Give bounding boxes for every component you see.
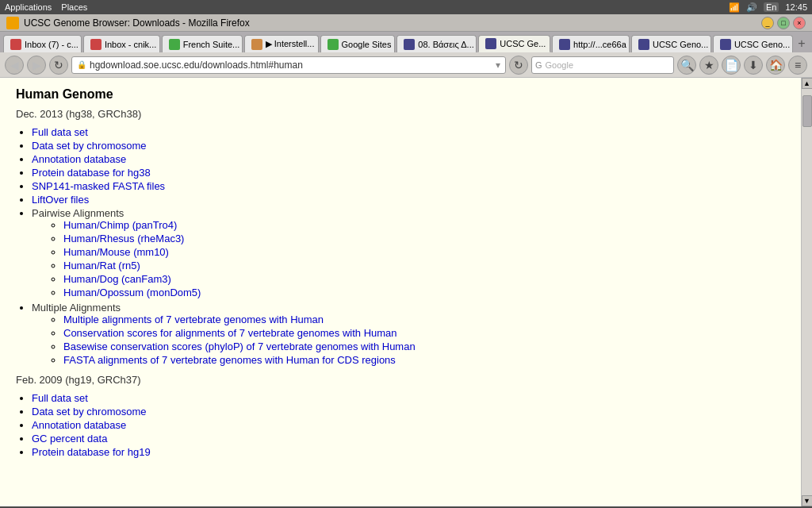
en-indicator: En — [764, 2, 779, 12]
tab-favicon — [485, 38, 496, 49]
human-rat-link[interactable]: Human/Rat (rn5) — [63, 260, 140, 271]
tab-label: UCSC Ge... — [500, 39, 546, 48]
close-button[interactable]: × — [793, 17, 806, 29]
clock: 12:45 — [785, 2, 807, 12]
scroll-up-button[interactable]: ▲ — [802, 78, 813, 89]
url-dropdown-icon[interactable]: ▾ — [496, 60, 500, 71]
minimize-button[interactable]: _ — [761, 17, 774, 29]
back-button[interactable]: ◀ — [5, 56, 24, 75]
maximize-button[interactable]: □ — [777, 17, 790, 29]
tab-favicon — [327, 39, 339, 50]
tab-label: Google Sites — [342, 40, 392, 49]
list-item: LiftOver files — [32, 194, 785, 206]
protein-database-hg19-link[interactable]: Protein database for hg19 — [32, 446, 151, 458]
applications-menu[interactable]: Applications — [5, 2, 52, 12]
search-input-label: Google — [546, 60, 573, 70]
system-bar: Applications Places 📶 🔊 En 12:45 — [0, 0, 812, 14]
list-item: Full data set — [32, 392, 785, 404]
window-controls[interactable]: _ □ × — [761, 17, 806, 29]
human-opossum-link[interactable]: Human/Opossum (monDom5) — [63, 287, 201, 298]
search-go-button[interactable]: 🔍 — [677, 56, 696, 75]
full-data-set-hg19-link[interactable]: Full data set — [32, 392, 88, 404]
data-set-by-chromosome-hg19-link[interactable]: Data set by chromosome — [32, 406, 147, 418]
conservation-scores-link[interactable]: Conservation scores for alignments of 7 … — [63, 327, 397, 339]
reload-button[interactable]: ↻ — [49, 56, 68, 75]
list-item: GC percent data — [32, 433, 785, 444]
tab-inbox1[interactable]: Inbox (7) - c... × — [3, 35, 82, 52]
basewise-conservation-link[interactable]: Basewise conservation scores (phyloP) of… — [63, 341, 416, 352]
scrollbar[interactable]: ▲ ▼ — [801, 78, 812, 506]
tab-http-ce66a[interactable]: http://...ce66a × — [552, 35, 630, 52]
bookmark-star-button[interactable]: ★ — [699, 56, 718, 75]
fasta-alignments-link[interactable]: FASTA alignments of 7 vertebrate genomes… — [63, 354, 396, 366]
list-item: Protein database for hg19 — [32, 446, 785, 458]
section1-list: Full data set Data set by chromosome Ann… — [32, 126, 785, 366]
tab-favicon — [169, 39, 180, 50]
google-icon: G — [535, 60, 542, 70]
download-button[interactable]: ⬇ — [744, 56, 763, 75]
bookmark-page-button[interactable]: 📄 — [722, 56, 741, 75]
liftover-link[interactable]: LiftOver files — [32, 194, 89, 206]
annotation-database-hg19-link[interactable]: Annotation database — [32, 419, 126, 431]
menu-button[interactable]: ≡ — [788, 56, 807, 75]
protein-database-link[interactable]: Protein database for hg38 — [32, 167, 151, 179]
scrollbar-thumb[interactable] — [802, 95, 812, 127]
tab-french[interactable]: French Suite... × — [162, 35, 243, 52]
nav-bar: ◀ ▶ ↻ 🔒 hgdownload.soe.ucsc.edu/download… — [0, 52, 812, 78]
gc-percent-link[interactable]: GC percent data — [32, 433, 107, 444]
app-icon — [6, 17, 19, 29]
forward-button[interactable]: ▶ — [27, 56, 46, 75]
list-item: Multiple Alignments Multiple alignments … — [32, 302, 785, 366]
tab-label: French Suite... — [183, 40, 240, 49]
pairwise-list: Human/Chimp (panTro4) Human/Rhesus (rheM… — [63, 219, 785, 298]
tab-interstellar[interactable]: ▶ Interstell... × — [244, 35, 319, 52]
multiple-alignments-7-link[interactable]: Multiple alignments of 7 vertebrate geno… — [63, 314, 324, 325]
section2-list: Full data set Data set by chromosome Ann… — [32, 392, 785, 458]
window-title: UCSC Genome Browser: Downloads - Mozilla… — [24, 17, 250, 29]
full-data-set-link[interactable]: Full data set — [32, 126, 88, 138]
title-bar: UCSC Genome Browser: Downloads - Mozilla… — [0, 14, 812, 32]
tab-label: ▶ Interstell... — [266, 39, 315, 49]
url-go-button[interactable]: ↻ — [509, 56, 528, 75]
tab-favicon — [559, 39, 570, 50]
tab-favicon — [90, 39, 102, 50]
multiple-alignments-label: Multiple Alignments — [32, 302, 121, 314]
system-tray: 📶 🔊 En 12:45 — [729, 2, 807, 13]
places-menu[interactable]: Places — [61, 2, 87, 12]
tab-inbox2[interactable]: Inbox - cnik... × — [83, 35, 160, 52]
list-item: Human/Chimp (panTro4) — [63, 219, 785, 231]
scroll-down-button[interactable]: ▼ — [802, 495, 813, 506]
list-item: Human/Opossum (monDom5) — [63, 287, 785, 298]
list-item: Data set by chromosome — [32, 406, 785, 418]
snp141-link[interactable]: SNP141-masked FASTA files — [32, 180, 165, 192]
human-rhesus-link[interactable]: Human/Rhesus (rheMac3) — [63, 233, 184, 244]
list-item: Basewise conservation scores (phyloP) of… — [63, 341, 785, 352]
list-item: Human/Mouse (mm10) — [63, 246, 785, 258]
list-item: Human/Rhesus (rheMac3) — [63, 233, 785, 244]
list-item: Annotation database — [32, 419, 785, 431]
annotation-database-link[interactable]: Annotation database — [32, 153, 126, 165]
human-chimp-link[interactable]: Human/Chimp (panTro4) — [63, 219, 177, 231]
list-item: FASTA alignments of 7 vertebrate genomes… — [63, 354, 785, 366]
url-bar[interactable]: 🔒 hgdownload.soe.ucsc.edu/downloads.html… — [71, 56, 506, 74]
tab-favicon — [638, 39, 649, 50]
new-tab-button[interactable]: + — [795, 35, 809, 52]
list-item: Full data set — [32, 126, 785, 138]
tab-ucsc-geno1[interactable]: UCSC Geno... × — [631, 35, 711, 52]
tab-google-sites[interactable]: Google Sites × — [320, 35, 396, 52]
tab-bases[interactable]: 08. Βάσεις Δ... × — [396, 35, 477, 52]
tab-ucsc-ge[interactable]: UCSC Ge... × — [478, 35, 550, 52]
human-dog-link[interactable]: Human/Dog (canFam3) — [63, 273, 171, 285]
tab-ucsc-geno2[interactable]: UCSC Geno... × — [713, 35, 793, 52]
search-bar[interactable]: G Google — [531, 56, 674, 74]
pairwise-alignments-label: Pairwise Alignments — [32, 207, 124, 219]
list-item: Annotation database — [32, 153, 785, 165]
home-button[interactable]: 🏠 — [766, 56, 785, 75]
data-set-by-chromosome-link[interactable]: Data set by chromosome — [32, 140, 147, 152]
human-mouse-link[interactable]: Human/Mouse (mm10) — [63, 246, 169, 258]
multiple-list: Multiple alignments of 7 vertebrate geno… — [63, 314, 785, 366]
list-item: Human/Rat (rn5) — [63, 260, 785, 271]
scrollbar-track[interactable] — [802, 89, 812, 495]
tab-favicon — [10, 39, 21, 50]
list-item: Multiple alignments of 7 vertebrate geno… — [63, 314, 785, 325]
